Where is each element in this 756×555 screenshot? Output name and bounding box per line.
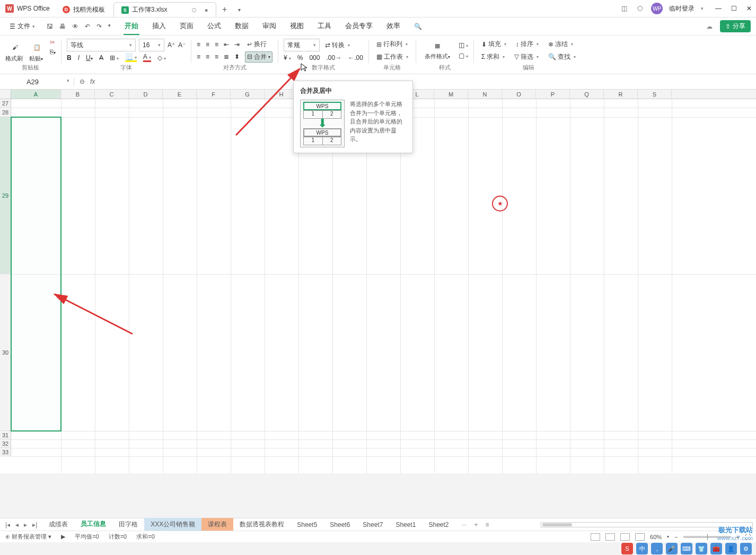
col-header-B[interactable]: B xyxy=(61,90,95,99)
cube-icon[interactable]: ⬡ xyxy=(635,4,645,13)
avatar[interactable]: WP xyxy=(651,3,663,14)
record-icon[interactable]: ▶ xyxy=(61,533,65,540)
normal-view-icon[interactable] xyxy=(591,533,600,541)
font-name-select[interactable]: 等线 xyxy=(67,39,136,51)
ime-punct-icon[interactable]: ， xyxy=(651,543,663,554)
sogou-icon[interactable]: S xyxy=(621,543,633,554)
sum-button[interactable]: Σ求和 xyxy=(479,51,507,63)
ime-settings-icon[interactable]: ⚙ xyxy=(740,543,752,554)
col-header-R[interactable]: R xyxy=(604,90,638,99)
col-header-G[interactable]: G xyxy=(231,90,265,99)
tab-review[interactable]: 审阅 xyxy=(261,18,277,35)
sheet-list-icon[interactable]: ≡ xyxy=(486,521,489,528)
col-header-C[interactable]: C xyxy=(95,90,129,99)
paste-button[interactable]: 📋 xyxy=(28,40,47,54)
sheet-tab[interactable]: Sheet7 xyxy=(356,519,389,531)
ime-keyboard-icon[interactable]: ⌨ xyxy=(681,543,692,554)
cells-area[interactable] xyxy=(11,99,756,473)
align-top-icon[interactable]: ≡ xyxy=(197,41,200,48)
sheet-tab[interactable]: Sheet5 xyxy=(291,519,323,531)
undo-icon[interactable]: ↶ xyxy=(85,23,90,30)
tab-efficiency[interactable]: 效率 xyxy=(385,18,401,35)
bold-icon[interactable]: B xyxy=(67,54,72,61)
next-sheet-icon[interactable]: ▸ xyxy=(24,521,27,528)
sheet-tab[interactable]: 成绩表 xyxy=(42,518,74,531)
italic-icon[interactable]: I xyxy=(78,54,80,61)
tab-close-icon[interactable]: ● xyxy=(204,6,208,14)
increase-decimal-icon[interactable]: .00→ xyxy=(326,54,341,61)
decrease-font-icon[interactable]: A⁻ xyxy=(178,41,186,49)
fx-label[interactable]: fx xyxy=(90,78,95,85)
sort-button[interactable]: ↕排序 xyxy=(514,39,541,50)
row-header-29[interactable]: 29 xyxy=(0,117,11,274)
col-header-A[interactable]: A xyxy=(11,90,61,99)
report-manager[interactable]: ⊕ 财务报表管理 ▾ xyxy=(5,533,51,541)
tab-insert[interactable]: 插入 xyxy=(151,18,167,35)
select-all-corner[interactable] xyxy=(0,90,11,99)
cancel-formula-icon[interactable]: ⊖ xyxy=(80,78,85,85)
panel-icon[interactable]: ◫ xyxy=(619,4,629,13)
worksheet-button[interactable]: ▦工作表 xyxy=(374,51,410,63)
filter-button[interactable]: ▽筛选 xyxy=(512,51,541,63)
increase-font-icon[interactable]: A⁺ xyxy=(168,41,175,49)
sheet-tab[interactable]: XXX公司销售额 xyxy=(144,518,201,531)
zoom-out-icon[interactable]: − xyxy=(674,534,678,540)
freeze-button[interactable]: ❄冻结 xyxy=(546,39,575,50)
add-tab-button[interactable]: + xyxy=(217,2,232,17)
document-tab-active[interactable]: S 工作簿3.xlsx ⊙ ● xyxy=(113,2,216,17)
more-sheets-icon[interactable]: ··· xyxy=(462,521,467,528)
justify-icon[interactable]: ≣ xyxy=(224,53,229,60)
search-icon[interactable]: 🔍 xyxy=(414,23,422,30)
tab-dropdown[interactable]: ▾ xyxy=(232,2,247,17)
col-header-O[interactable]: O xyxy=(502,90,536,99)
first-sheet-icon[interactable]: |◂ xyxy=(5,521,10,528)
font-size-select[interactable]: 16 xyxy=(139,39,164,51)
preview-icon[interactable]: 👁 xyxy=(72,23,78,30)
row-header-27[interactable]: 27 xyxy=(0,99,11,108)
decrease-indent-icon[interactable]: ⇤ xyxy=(224,41,229,48)
sheet-tab[interactable]: 田字格 xyxy=(112,518,144,531)
template-tab[interactable]: D 找稻壳模板 xyxy=(55,2,112,17)
login-dropdown-icon[interactable]: ▾ xyxy=(701,6,704,11)
sheet-tab[interactable]: 课程表 xyxy=(201,518,233,531)
ime-lang-icon[interactable]: 中 xyxy=(636,543,648,554)
cond-format-button[interactable]: ▦条件格式▾ xyxy=(421,39,453,61)
merge-center-button[interactable]: ⊟合并▾ xyxy=(245,51,272,63)
row-header-32[interactable]: 32 xyxy=(0,439,11,448)
row-header-31[interactable]: 31 xyxy=(0,431,11,439)
orientation-icon[interactable]: ⬍ xyxy=(234,53,240,60)
ime-user-icon[interactable]: 👤 xyxy=(725,543,737,554)
col-header-F[interactable]: F xyxy=(197,90,231,99)
cut-icon[interactable]: ✂ xyxy=(50,39,56,46)
align-middle-icon[interactable]: ≡ xyxy=(206,41,209,48)
rowcol-button[interactable]: ⊞行和列 xyxy=(374,39,410,50)
underline-icon[interactable]: U▾ xyxy=(86,54,93,61)
tab-data[interactable]: 数据 xyxy=(234,18,250,35)
tab-menu-icon[interactable]: ⊙ xyxy=(191,6,197,14)
reading-view-icon[interactable] xyxy=(635,533,645,541)
percent-icon[interactable]: % xyxy=(297,54,303,61)
sheet-tab[interactable]: 数据透视表教程 xyxy=(233,518,291,531)
tab-home[interactable]: 开始 xyxy=(124,18,139,35)
wrap-text-button[interactable]: ↵换行 xyxy=(245,39,269,50)
tab-tools[interactable]: 工具 xyxy=(317,18,332,35)
row-header-28[interactable]: 28 xyxy=(0,108,11,117)
col-header-S[interactable]: S xyxy=(638,90,672,99)
maximize-icon[interactable]: ☐ xyxy=(731,5,737,12)
redo-icon[interactable]: ↷ xyxy=(96,23,102,30)
align-right-icon[interactable]: ≡ xyxy=(215,53,218,60)
tab-view[interactable]: 视图 xyxy=(289,18,305,35)
tab-page[interactable]: 页面 xyxy=(179,18,195,35)
ime-mic-icon[interactable]: 🎤 xyxy=(666,543,678,554)
zoom-value[interactable]: 60% xyxy=(650,534,662,540)
cloud-icon[interactable]: ☁ xyxy=(706,23,713,30)
prev-sheet-icon[interactable]: ◂ xyxy=(15,521,19,528)
name-box[interactable]: A29 xyxy=(0,78,74,86)
ime-toolbox-icon[interactable]: 🧰 xyxy=(710,543,722,554)
col-header-M[interactable]: M xyxy=(434,90,468,99)
decrease-decimal-icon[interactable]: ←.00 xyxy=(348,54,363,61)
increase-indent-icon[interactable]: ⇥ xyxy=(234,41,240,48)
fill-button[interactable]: ⬇填充 xyxy=(479,39,508,50)
minimize-icon[interactable]: — xyxy=(715,5,722,12)
file-menu[interactable]: ☰ 文件 ▾ xyxy=(5,20,39,33)
